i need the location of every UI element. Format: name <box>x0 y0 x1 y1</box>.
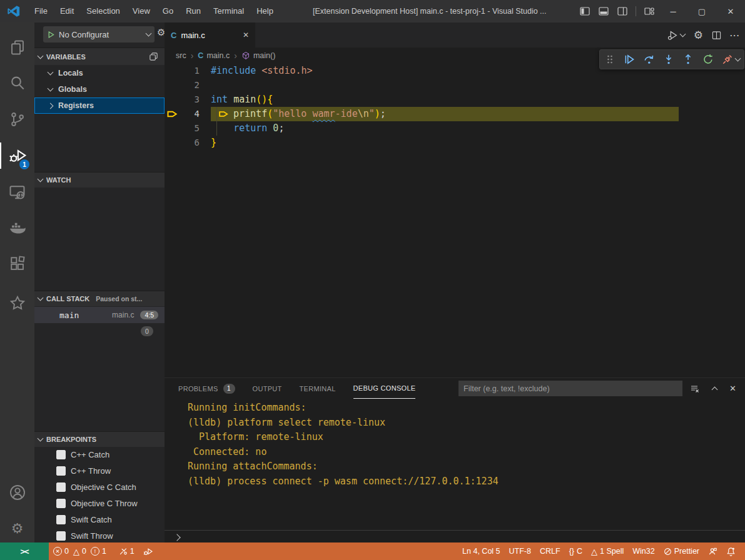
step-over-button[interactable] <box>642 52 657 67</box>
more-actions-icon[interactable]: ··· <box>730 31 740 40</box>
chevron-down-icon[interactable] <box>679 31 686 38</box>
drag-handle-icon[interactable] <box>602 52 617 67</box>
menu-go[interactable]: Go <box>156 0 180 22</box>
tools-status[interactable]: 1 <box>114 542 139 560</box>
continue-button[interactable] <box>622 52 637 67</box>
section-breakpoints[interactable]: BREAKPOINTS <box>34 431 165 447</box>
breadcrumb-file[interactable]: C main.c <box>198 51 230 60</box>
menu-file[interactable]: File <box>28 0 54 22</box>
tab-output[interactable]: OUTPUT <box>253 379 282 399</box>
current-line-pointer-icon[interactable] <box>165 107 183 121</box>
breakpoint-objc-throw[interactable]: Objective C Throw <box>34 495 165 511</box>
checkbox-unchecked[interactable] <box>56 482 66 492</box>
formatter-status[interactable]: Prettier <box>659 542 704 560</box>
menu-view[interactable]: View <box>126 0 156 22</box>
accounts-icon[interactable] <box>0 478 34 508</box>
section-watch[interactable]: WATCH <box>34 172 165 188</box>
close-panel-icon[interactable]: ✕ <box>729 384 736 393</box>
breakpoint-cpp-throw[interactable]: C++ Throw <box>34 462 165 479</box>
toggle-sidebar-icon[interactable] <box>575 0 594 22</box>
checkbox-unchecked[interactable] <box>56 515 66 524</box>
customize-layout-icon[interactable] <box>640 0 659 22</box>
breakpoint-gutter[interactable] <box>165 64 183 78</box>
spell-checker-status[interactable]: △ 1 Spell <box>587 542 628 560</box>
star-view-icon[interactable] <box>0 288 34 318</box>
line-number: 6 <box>183 136 200 150</box>
variables-item-locals[interactable]: Locals <box>34 65 165 81</box>
breakpoint-cpp-catch[interactable]: C++ Catch <box>34 446 165 462</box>
breakpoint-gutter[interactable] <box>165 121 183 136</box>
breakpoint-gutter[interactable] <box>165 78 183 92</box>
eol-sequence[interactable]: CRLF <box>535 542 565 560</box>
checkbox-unchecked[interactable] <box>56 450 66 459</box>
launch-config-dropdown[interactable]: No Configurat <box>43 26 155 42</box>
maximize-panel-icon[interactable] <box>712 387 718 393</box>
checkbox-unchecked[interactable] <box>56 531 66 541</box>
run-or-debug-button[interactable] <box>667 30 685 41</box>
stack-frame-row[interactable]: main main.c 4:5 <box>34 307 165 323</box>
language-mode[interactable]: {} C <box>565 542 587 560</box>
split-editor-icon[interactable] <box>712 31 721 40</box>
menu-run[interactable]: Run <box>180 0 207 22</box>
clear-console-icon[interactable] <box>690 384 700 394</box>
problems-status[interactable]: ✕ 0 △ 0 ! 1 <box>49 542 111 560</box>
restart-button[interactable] <box>701 52 716 67</box>
platform-status[interactable]: Win32 <box>628 542 659 560</box>
problems-count-badge: 1 <box>223 384 235 394</box>
section-variables[interactable]: VARIABLES <box>34 48 165 65</box>
toggle-secondary-sidebar-icon[interactable] <box>613 0 632 22</box>
section-call-stack[interactable]: CALL STACK Paused on st... <box>34 291 165 306</box>
chevron-down-icon[interactable] <box>734 56 741 62</box>
variables-item-globals[interactable]: Globals <box>34 81 165 98</box>
breakpoint-objc-catch[interactable]: Objective C Catch <box>34 479 165 495</box>
disconnect-button[interactable] <box>720 52 741 67</box>
code-text: } <box>211 136 679 150</box>
search-icon[interactable] <box>0 68 34 98</box>
run-and-debug-icon[interactable]: 1 <box>0 141 34 171</box>
variables-item-registers[interactable]: Registers <box>34 98 165 114</box>
feedback-icon[interactable] <box>704 542 722 560</box>
menu-selection[interactable]: Selection <box>80 0 126 22</box>
menu-edit[interactable]: Edit <box>54 0 80 22</box>
settings-gear-icon[interactable]: ⚙ <box>0 514 34 544</box>
start-debug-icon[interactable] <box>47 31 55 39</box>
cursor-position[interactable]: Ln 4, Col 5 <box>458 542 504 560</box>
tab-debug-console[interactable]: DEBUG CONSOLE <box>353 378 416 399</box>
maximize-button[interactable]: ▢ <box>687 0 716 22</box>
close-window-button[interactable]: ✕ <box>716 0 745 22</box>
copy-icon[interactable] <box>149 52 158 61</box>
chevron-down-icon <box>38 176 44 182</box>
explorer-icon[interactable] <box>0 32 34 62</box>
remote-explorer-icon[interactable] <box>0 177 34 207</box>
extensions-icon[interactable] <box>0 249 34 279</box>
debug-status-icon[interactable] <box>139 542 157 560</box>
menu-help[interactable]: Help <box>250 0 280 22</box>
checkbox-unchecked[interactable] <box>56 466 66 476</box>
breakpoint-swift-throw[interactable]: Swift Throw <box>34 528 165 542</box>
notifications-bell-icon[interactable] <box>722 542 740 560</box>
breakpoint-swift-catch[interactable]: Swift Catch <box>34 511 165 528</box>
tab-terminal[interactable]: TERMINAL <box>300 379 336 399</box>
open-launch-json-gear-icon[interactable]: ⚙ <box>157 28 165 37</box>
editor-settings-gear-icon[interactable]: ⚙ <box>694 29 703 42</box>
checkbox-unchecked[interactable] <box>56 499 66 508</box>
console-input-row[interactable] <box>165 530 745 544</box>
source-control-icon[interactable] <box>0 104 34 134</box>
console-filter-input[interactable] <box>459 381 682 396</box>
remote-indicator[interactable]: >< <box>0 542 49 560</box>
step-into-button[interactable] <box>661 52 676 67</box>
menu-terminal[interactable]: Terminal <box>207 0 250 22</box>
tab-main-c[interactable]: C main.c ✕ <box>165 22 256 48</box>
toggle-panel-icon[interactable] <box>594 0 613 22</box>
section-title: CALL STACK <box>46 295 89 302</box>
step-out-button[interactable] <box>681 52 696 67</box>
close-tab-icon[interactable]: ✕ <box>243 31 249 39</box>
breakpoint-gutter[interactable] <box>165 92 183 107</box>
docker-icon[interactable] <box>0 213 34 243</box>
breakpoint-gutter[interactable] <box>165 136 183 150</box>
breadcrumb-symbol[interactable]: main() <box>241 51 275 60</box>
breadcrumb-folder[interactable]: src <box>176 51 186 60</box>
encoding[interactable]: UTF-8 <box>505 542 535 560</box>
minimize-button[interactable]: ─ <box>659 0 687 22</box>
tab-problems[interactable]: PROBLEMS 1 <box>178 379 235 399</box>
